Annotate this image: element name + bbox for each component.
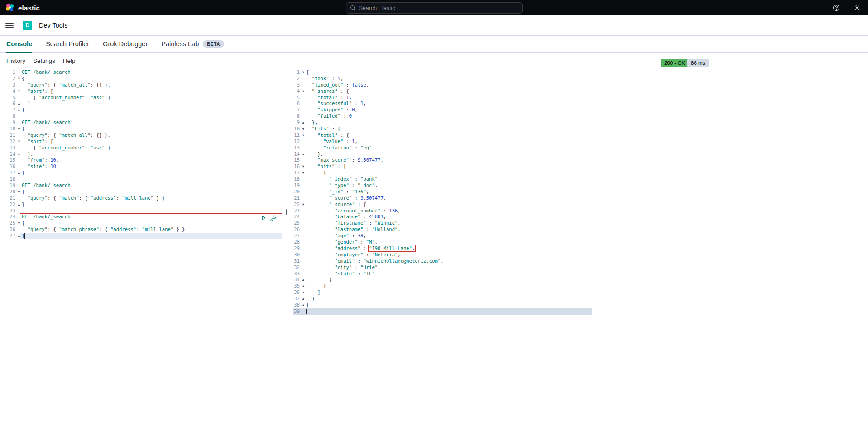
pane-resize-handle[interactable] [283,208,290,216]
fold-close-icon[interactable]: ▴ [301,151,306,158]
fold-open-icon[interactable]: ▾ [301,132,306,139]
code-text[interactable]: "state" : "IL" [306,271,375,277]
code-line[interactable]: 26 "lastname" : "Holland", [290,226,607,233]
code-line[interactable]: 1▾{ [290,69,607,76]
fold-open-icon[interactable]: ▾ [301,170,306,176]
code-text[interactable]: "max_score" : 9.507477, [306,157,384,163]
code-line[interactable]: 19 "_type" : "_doc", [290,183,607,189]
fold-close-icon[interactable]: ▴ [301,120,306,126]
code-line[interactable]: 8 [0,113,286,120]
code-line[interactable]: 17▴} [0,170,286,176]
code-text[interactable]: { [22,189,24,195]
code-text[interactable]: "query": { "match_phrase": { "address": … [22,226,185,233]
code-text[interactable]: "query": { "match_all": {} }, [22,82,110,88]
code-line[interactable]: 16 "size": 10 [0,163,286,170]
tab-grok-debugger[interactable]: Grok Debugger [103,36,148,52]
code-text[interactable]: "sort": [ [22,88,53,95]
code-text[interactable]: }, [306,151,323,158]
code-line[interactable]: 10▾{ [0,126,286,132]
code-line[interactable]: 19GET /bank/_search [0,183,286,189]
code-text[interactable]: "query": { "match_all": {} }, [22,132,110,139]
code-line[interactable]: 27 "age" : 38, [290,233,607,239]
code-text[interactable]: } [306,302,309,308]
fold-open-icon[interactable]: ▾ [301,88,306,95]
tab-painless-lab[interactable]: Painless Lab BETA [161,36,224,52]
fold-close-icon[interactable]: ▴ [301,283,306,289]
fold-open-icon[interactable]: ▾ [16,126,22,132]
code-line[interactable]: 3 "query": { "match_all": {} }, [0,82,286,88]
code-line[interactable]: 22▴} [0,202,286,208]
fold-open-icon[interactable]: ▾ [16,220,22,226]
fold-open-icon[interactable]: ▾ [301,126,306,132]
code-text[interactable]: "skipped" : 0, [306,107,358,113]
code-line[interactable]: 28 "gender" : "M", [290,239,607,245]
fold-open-icon[interactable]: ▾ [16,139,22,145]
global-search-input[interactable] [359,5,518,11]
code-line[interactable]: 9GET /bank/_search [0,120,286,126]
code-text[interactable]: } [22,170,24,176]
code-line[interactable]: 24GET /bank/_search [0,214,286,220]
code-text[interactable]: "account_number" : 136, [306,208,401,214]
fold-open-icon[interactable]: ▾ [301,69,306,76]
code-text[interactable]: } [22,202,24,208]
code-text[interactable]: "_type" : "_doc", [306,183,378,189]
code-line[interactable]: 2▾{ [0,76,286,82]
code-line[interactable]: 21 "_score" : 9.507477, [290,195,607,202]
fold-close-icon[interactable]: ▴ [301,302,306,308]
user-menu-icon[interactable] [854,4,861,11]
code-text[interactable]: "employer" : "Neteria", [306,252,401,258]
code-line[interactable]: 11▾ "total" : { [290,132,607,139]
code-text[interactable]: "_source" : { [306,202,366,208]
code-text[interactable]: "relation" : "eq" [306,145,372,151]
code-line[interactable]: 8 "failed" : 0 [290,113,607,120]
code-line[interactable]: 15 "from": 10, [0,157,286,163]
code-text[interactable]: GET /bank/_search [22,69,70,76]
code-line[interactable]: 12 "value" : 1, [290,139,607,145]
code-text[interactable]: ], [22,151,33,158]
code-text[interactable]: "total" : { [306,132,349,139]
fold-open-icon[interactable]: ▾ [16,88,22,95]
code-line[interactable]: 5 "total" : 1, [290,95,607,101]
code-text[interactable]: "total" : 1, [306,95,352,101]
code-line[interactable]: 33 "state" : "IL" [290,271,607,277]
code-line[interactable]: 32 "city" : "Urie", [290,264,607,271]
code-line[interactable]: 18 [0,176,286,183]
code-text[interactable]: "_shards" : { [306,88,349,95]
code-line[interactable]: 3 "timed_out" : false, [290,82,607,88]
code-text[interactable]: { [306,69,309,76]
elastic-logo[interactable]: elastic [5,3,40,12]
code-text[interactable]: "email" : "winnieholland@neteria.com", [306,258,443,264]
code-text[interactable]: "gender" : "M", [306,239,378,245]
fold-close-icon[interactable]: ▴ [16,101,22,107]
code-text[interactable]: "lastname" : "Holland", [306,226,401,233]
wrench-icon[interactable] [270,215,276,221]
code-line[interactable]: 20▾{ [0,189,286,195]
code-line[interactable]: 15 "max_score" : 9.507477, [290,157,607,163]
code-line[interactable]: 13 "relation" : "eq" [290,145,607,151]
code-line[interactable]: 37▴ } [290,296,607,302]
code-text[interactable]: "firstname" : "Winnie", [306,220,401,226]
code-text[interactable]: GET /bank/_search [22,214,70,220]
code-line[interactable]: 21 "query": { "match": { "address": "mil… [0,195,286,202]
code-line[interactable]: 2 "took" : 5, [290,76,607,82]
code-line[interactable]: 14▴ }, [290,151,607,158]
code-line[interactable]: 6 "successful" : 1, [290,101,607,107]
code-line[interactable]: 20 "_id" : "136", [290,189,607,195]
code-line[interactable]: 25▾{ [0,220,286,226]
code-text[interactable]: "hits" : { [306,126,340,132]
code-line[interactable]: 22▾ "_source" : { [290,202,607,208]
fold-close-icon[interactable]: ▴ [16,202,22,208]
fold-close-icon[interactable]: ▴ [16,107,22,113]
code-text[interactable]: }, [306,120,317,126]
code-line[interactable]: 17▾ { [290,170,607,176]
help-icon[interactable] [833,4,840,11]
fold-open-icon[interactable]: ▾ [16,189,22,195]
code-line[interactable]: 4▾ "_shards" : { [290,88,607,95]
code-line[interactable]: 24 "balance" : 45801, [290,214,607,220]
code-line[interactable]: 7▴} [0,107,286,113]
code-text[interactable]: { [306,170,326,176]
code-text[interactable]: "took" : 5, [306,76,343,82]
code-text[interactable]: "_score" : 9.507477, [306,195,386,202]
code-text[interactable]: "timed_out" : false, [306,82,369,88]
code-text[interactable]: ] [22,101,30,107]
